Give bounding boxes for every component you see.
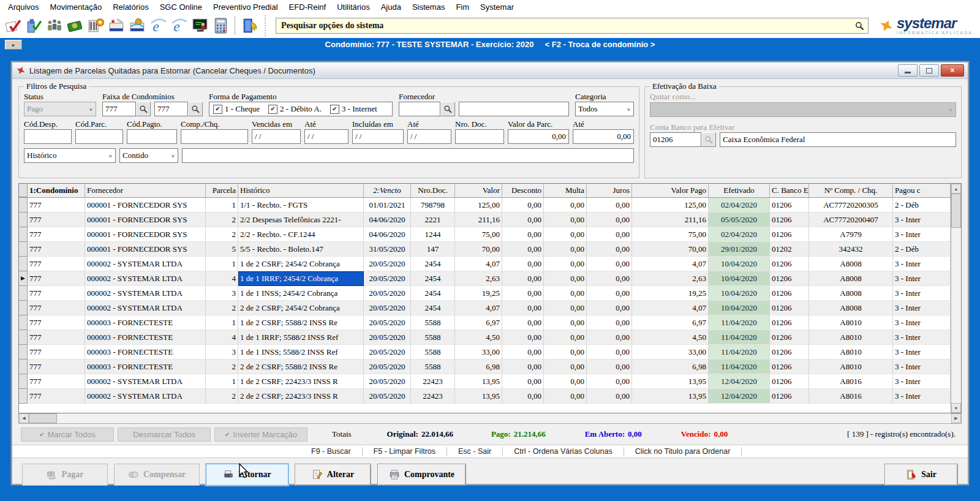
grid-cell-vencto[interactable]: 04/06/2020: [364, 213, 411, 227]
grid-cell-hist[interactable]: 1 de 2 CSRF; 5588/2 INSS Re: [238, 315, 364, 330]
grid-cell-parc[interactable]: 1: [206, 257, 238, 271]
filter-field-input-10[interactable]: [573, 129, 634, 144]
table-row[interactable]: 777000003 - FORNECTESTE41 de 1 IRRF; 558…: [19, 330, 951, 345]
grid-cell-hist[interactable]: 1 de 2 CSRF; 22423/3 INSS R: [238, 374, 364, 389]
grid-cell-juros[interactable]: 0,00: [587, 301, 632, 315]
grid-cell-multa[interactable]: 0,00: [544, 227, 587, 242]
grid-cell-valor[interactable]: 13,95: [455, 389, 502, 404]
grid-cell-juros[interactable]: 0,00: [587, 271, 632, 286]
grid-cell-pago[interactable]: 33,00: [632, 345, 709, 360]
grid-cell-comp[interactable]: A8010: [809, 315, 893, 330]
table-row[interactable]: 777000001 - FORNECEDOR SYS11/1 - Recbto.…: [19, 198, 951, 213]
grid-cell-banco[interactable]: 01206: [770, 286, 809, 301]
payment-option-2[interactable]: ✔2 - Débito A.: [268, 104, 322, 114]
building-check-icon[interactable]: [24, 17, 43, 35]
grid-cell-multa[interactable]: 0,00: [544, 242, 587, 257]
grid-cell-valor[interactable]: 2,63: [455, 271, 502, 286]
search-input[interactable]: [280, 20, 855, 31]
grid-cell-banco[interactable]: 01206: [770, 271, 809, 286]
grid-cell-comp[interactable]: 342432: [809, 242, 893, 257]
grid-cell-parc[interactable]: 2: [206, 360, 238, 374]
grid-cell-vencto[interactable]: 04/06/2020: [364, 227, 411, 242]
grid-cell-forn[interactable]: 000003 - FORNECTESTE: [85, 330, 206, 345]
row-marker[interactable]: [19, 315, 28, 330]
filter-field-input-2[interactable]: [127, 129, 177, 144]
mark-button-1[interactable]: Desmarcar Todos: [118, 428, 211, 442]
grid-cell-banco[interactable]: 01206: [770, 227, 809, 242]
grid-cell-cond[interactable]: 777: [28, 330, 85, 345]
grid-cell-doc[interactable]: 2454: [411, 301, 455, 315]
grid-cell-efet[interactable]: 11/04/2020: [709, 345, 770, 360]
row-marker[interactable]: [19, 198, 28, 213]
search-icon[interactable]: [855, 21, 864, 31]
grid-cell-doc[interactable]: 147: [411, 242, 455, 257]
grid-cell-comp[interactable]: A8008: [809, 286, 893, 301]
grid-cell-hist[interactable]: 5/5 - Recbto. - Boleto.147: [238, 242, 364, 257]
grid-header-juros[interactable]: Juros: [587, 184, 632, 197]
card-gear-icon[interactable]: [129, 17, 147, 35]
grid-cell-cond[interactable]: 777: [28, 301, 85, 315]
grid-cell-desc[interactable]: 0,00: [502, 315, 544, 330]
payment-option-1[interactable]: ✔1 - Cheque: [213, 104, 260, 114]
grid-cell-desc[interactable]: 0,00: [502, 198, 544, 213]
grid-cell-hist[interactable]: 2 de 2 CSRF; 5588/2 INSS Re: [238, 360, 364, 374]
grid-header-pago[interactable]: Valor Pago: [632, 184, 709, 197]
grid-cell-forn[interactable]: 000002 - SYSTEMAR LTDA: [85, 374, 206, 389]
current-row-marker[interactable]: ▶: [19, 271, 28, 286]
mark-button-2[interactable]: ✔Inverter Marcação: [214, 428, 307, 442]
grid-cell-pagoucom[interactable]: 3 - Inter: [893, 360, 951, 374]
grid-cell-multa[interactable]: 0,00: [544, 301, 587, 315]
grid-cell-banco[interactable]: 01206: [770, 257, 809, 271]
grid-header-cond[interactable]: 1:Condomínio: [28, 184, 85, 197]
grid-cell-valor[interactable]: 6,98: [455, 360, 502, 374]
vertical-scroll-thumb[interactable]: [951, 194, 961, 228]
grid-cell-efet[interactable]: 05/05/2020: [709, 213, 770, 227]
filter-field-input-7[interactable]: [407, 129, 451, 144]
table-row[interactable]: 777000003 - FORNECTESTE22 de 2 CSRF; 558…: [19, 360, 951, 374]
table-row[interactable]: 777000002 - SYSTEMAR LTDA31 de 1 INSS; 2…: [19, 286, 951, 301]
table-row[interactable]: 777000001 - FORNECEDOR SYS22/2 - Recbto.…: [19, 227, 951, 242]
row-marker[interactable]: [19, 213, 28, 227]
payment-option-3[interactable]: ✔3 - Internet: [330, 104, 377, 114]
grid-cell-forn[interactable]: 000002 - SYSTEMAR LTDA: [85, 389, 206, 404]
filter-field-input-5[interactable]: [304, 129, 349, 144]
grid-cell-parc[interactable]: 4: [206, 330, 238, 345]
filter-field-input-1[interactable]: [75, 129, 123, 144]
grid-cell-desc[interactable]: 0,00: [502, 242, 544, 257]
historico-select[interactable]: Histórico∨: [24, 148, 116, 163]
internet-e-icon[interactable]: e: [149, 17, 168, 35]
grid-cell-desc[interactable]: 0,00: [502, 301, 544, 315]
grid-cell-multa[interactable]: 0,00: [544, 286, 587, 301]
grid-cell-hist[interactable]: 1 de 2 CSRF; 2454/2 Cobrança: [238, 257, 364, 271]
grid-cell-cond[interactable]: 777: [28, 271, 85, 286]
grid-cell-doc[interactable]: 798798: [411, 198, 455, 213]
grid-header-pagoucom[interactable]: Pagou c: [893, 184, 951, 197]
filter-field-input-8[interactable]: [455, 129, 504, 144]
grid-cell-hist[interactable]: 2/2 Despesas Telefônicas 2221-: [238, 213, 364, 227]
people-group-icon[interactable]: [45, 17, 64, 35]
grid-cell-multa[interactable]: 0,00: [544, 345, 587, 360]
grid-cell-hist[interactable]: 1/1 - Recbto. - FGTS: [238, 198, 364, 213]
collapse-panel-button[interactable]: ▸: [5, 40, 22, 50]
grid-cell-multa[interactable]: 0,00: [544, 257, 587, 271]
grid-cell-banco[interactable]: 01206: [770, 389, 809, 404]
grid-cell-banco[interactable]: 01206: [770, 360, 809, 374]
grid-cell-multa[interactable]: 0,00: [544, 389, 587, 404]
restore-button[interactable]: [919, 64, 939, 77]
faixa-from-input[interactable]: [102, 102, 136, 116]
row-marker[interactable]: [19, 257, 28, 271]
grid-cell-parc[interactable]: 3: [206, 286, 238, 301]
grid-cell-efet[interactable]: 11/04/2020: [709, 360, 770, 374]
grid-cell-hist[interactable]: 1 de 1 IRRF; 5588/2 INSS Ref: [238, 330, 364, 345]
filter-field-input-3[interactable]: [181, 129, 248, 144]
scroll-right-button[interactable]: ▶: [951, 413, 961, 423]
menu-item-8[interactable]: Sistemas: [407, 1, 450, 13]
grid-cell-forn[interactable]: 000002 - SYSTEMAR LTDA: [85, 257, 206, 271]
grid-cell-vencto[interactable]: 20/05/2020: [364, 345, 411, 360]
grid-cell-banco[interactable]: 01206: [770, 213, 809, 227]
grid-cell-juros[interactable]: 0,00: [587, 315, 632, 330]
menu-item-4[interactable]: Preventivo Predial: [208, 1, 284, 13]
grid-cell-desc[interactable]: 0,00: [502, 227, 544, 242]
grid-cell-parc[interactable]: 4: [206, 271, 238, 286]
conta-banco-code-input[interactable]: [650, 132, 701, 147]
